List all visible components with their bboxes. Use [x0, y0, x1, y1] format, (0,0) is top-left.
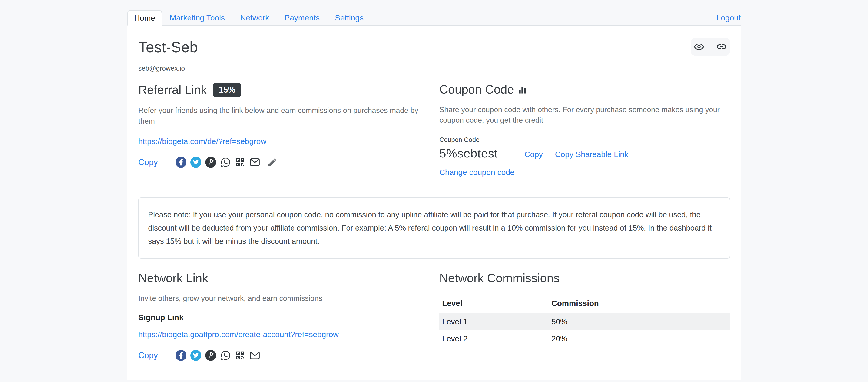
coupon-code-section: Coupon Code Share your coupon code with …	[439, 83, 730, 177]
signup-url-link[interactable]: https://biogeta.goaffpro.com/create-acco…	[138, 330, 339, 339]
commission-cell: 20%	[549, 330, 730, 347]
coupon-code-value: 5%sebtest	[439, 146, 516, 160]
email-icon[interactable]	[249, 350, 260, 361]
copy-signup-link-button[interactable]: Copy	[138, 351, 158, 360]
tab-home[interactable]: Home	[127, 10, 162, 26]
commission-badge: 15%	[213, 83, 241, 97]
page-title: Test-Seb	[138, 39, 198, 56]
twitter-icon[interactable]	[190, 157, 201, 168]
qr-code-icon[interactable]	[235, 157, 246, 168]
link-icon[interactable]	[716, 41, 727, 52]
copy-referral-link-button[interactable]: Copy	[138, 157, 158, 167]
tab-marketing-tools[interactable]: Marketing Tools	[162, 10, 233, 25]
level-cell: Level 2	[439, 330, 549, 347]
facebook-icon[interactable]	[176, 157, 186, 168]
network-link-section: Network Link Invite others, grow your ne…	[138, 271, 423, 380]
coupon-description: Share your coupon code with others. For …	[439, 105, 730, 126]
affiliate-email: seb@growex.io	[138, 65, 198, 72]
copy-shareable-link-button[interactable]: Copy Shareable Link	[555, 150, 628, 159]
copy-coupon-button[interactable]: Copy	[524, 150, 543, 159]
email-icon[interactable]	[249, 157, 260, 168]
note-box: Please note: If you use your personal co…	[138, 197, 730, 259]
qr-code-icon[interactable]	[235, 350, 246, 361]
network-commissions-heading: Network Commissions	[439, 271, 730, 285]
referral-share-row: Copy	[138, 157, 423, 168]
signup-link-label: Signup Link	[138, 313, 423, 322]
facebook-icon[interactable]	[176, 350, 186, 361]
tab-settings[interactable]: Settings	[327, 10, 371, 25]
coupon-row: Coupon Code 5%sebtest Copy Copy Shareabl…	[439, 136, 730, 160]
table-row: Level 2 20%	[439, 330, 730, 347]
pinterest-icon[interactable]	[205, 157, 216, 168]
network-description: Invite others, grow your network, and ea…	[138, 293, 423, 303]
whatsapp-icon[interactable]	[220, 350, 231, 361]
tab-network[interactable]: Network	[232, 10, 277, 25]
edit-pencil-icon[interactable]	[267, 157, 277, 168]
dashboard-card: Test-Seb seb@growex.io Referral Link 15%…	[127, 26, 741, 380]
coupon-heading: Coupon Code	[439, 83, 514, 96]
commissions-table: Level Commission Level 1 50% Level 2 20%	[439, 295, 730, 347]
logout-link[interactable]: Logout	[716, 10, 741, 25]
referral-url-link[interactable]: https://biogeta.com/de/?ref=sebgrow	[138, 137, 267, 146]
network-commissions-section: Network Commissions Level Commission Lev…	[439, 271, 730, 380]
twitter-icon[interactable]	[190, 350, 201, 361]
table-header-commission: Commission	[549, 295, 730, 313]
table-row: Level 1 50%	[439, 313, 730, 330]
level-cell: Level 1	[439, 313, 549, 330]
tab-payments[interactable]: Payments	[277, 10, 327, 25]
table-header-level: Level	[439, 295, 549, 313]
network-link-heading: Network Link	[138, 271, 423, 285]
card-header: Test-Seb seb@growex.io	[138, 26, 730, 72]
change-coupon-code-link[interactable]: Change coupon code	[439, 168, 515, 177]
tab-bar: Home Marketing Tools Network Payments Se…	[127, 10, 741, 26]
referral-description: Refer your friends using the link below …	[138, 105, 423, 126]
section-divider	[138, 373, 423, 373]
header-action-group	[691, 38, 730, 56]
commission-cell: 50%	[549, 313, 730, 330]
whatsapp-icon[interactable]	[220, 157, 231, 168]
bottom-sections-row: Network Link Invite others, grow your ne…	[138, 271, 730, 380]
bar-chart-icon[interactable]	[517, 84, 527, 95]
referral-link-section: Referral Link 15% Refer your friends usi…	[138, 83, 423, 177]
referral-heading: Referral Link	[138, 83, 207, 97]
pinterest-icon[interactable]	[205, 350, 216, 361]
eye-icon[interactable]	[694, 41, 704, 52]
coupon-code-label: Coupon Code	[439, 136, 516, 144]
top-sections-row: Referral Link 15% Refer your friends usi…	[138, 83, 730, 177]
network-share-row: Copy	[138, 350, 423, 361]
